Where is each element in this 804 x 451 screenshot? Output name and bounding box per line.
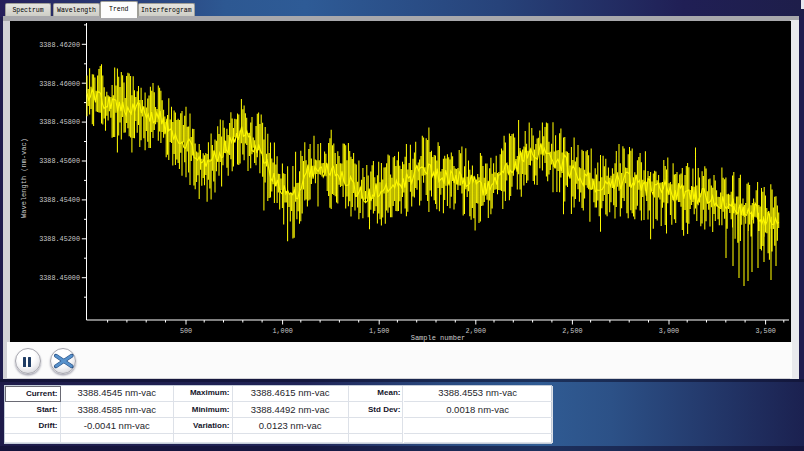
svg-text:2,500: 2,500: [562, 327, 582, 335]
svg-text:1,000: 1,000: [272, 327, 292, 335]
svg-text:3388.45000: 3388.45000: [39, 274, 80, 282]
svg-text:3,500: 3,500: [755, 327, 775, 335]
svg-text:Sample number: Sample number: [411, 334, 466, 342]
svg-text:3388.46200: 3388.46200: [39, 41, 80, 49]
svg-text:3388.46000: 3388.46000: [39, 80, 80, 88]
svg-text:3,000: 3,000: [659, 327, 679, 335]
svg-text:Wavelength (nm-vac): Wavelength (nm-vac): [20, 138, 28, 218]
svg-text:2,000: 2,000: [466, 327, 486, 335]
svg-text:500: 500: [180, 327, 192, 335]
svg-text:1,500: 1,500: [369, 327, 389, 335]
svg-text:3388.45600: 3388.45600: [39, 157, 80, 165]
svg-text:3388.45200: 3388.45200: [39, 235, 80, 243]
svg-text:3388.45800: 3388.45800: [39, 118, 80, 126]
svg-text:3388.45400: 3388.45400: [39, 196, 80, 204]
